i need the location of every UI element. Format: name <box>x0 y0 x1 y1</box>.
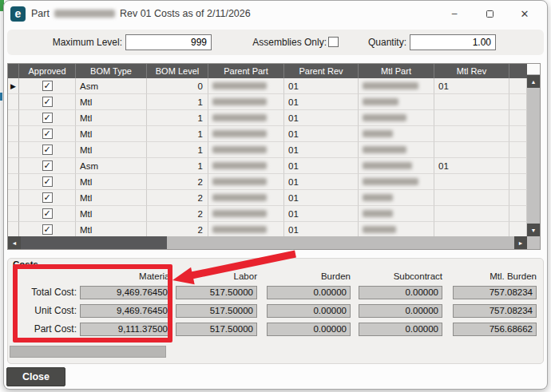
bom-level-cell: 1 <box>147 110 208 126</box>
redacted-parent-part <box>212 162 267 169</box>
row-selector-cell[interactable] <box>8 206 19 222</box>
maximum-level-input[interactable] <box>125 34 212 50</box>
vertical-scrollbar[interactable]: ▲ ▼ <box>527 64 540 249</box>
parent-part-cell <box>208 190 284 206</box>
close-button[interactable]: Close <box>6 367 65 386</box>
parent-part-cell <box>208 78 284 94</box>
minimize-button[interactable]: – <box>437 2 472 25</box>
grid-header-selector <box>8 64 19 78</box>
maximize-button[interactable] <box>472 2 507 25</box>
extra-cell <box>509 206 527 222</box>
approved-checkbox[interactable]: ✓ <box>42 113 53 123</box>
table-row[interactable]: ✓Mtl201 <box>8 222 527 238</box>
window-title-suffix: Rev 01 Costs as of 2/11/2026 <box>120 8 251 19</box>
grid-header-parent-rev[interactable]: Parent Rev <box>284 64 359 78</box>
grid-header-bom-type[interactable]: BOM Type <box>76 64 147 78</box>
close-window-button[interactable]: ✕ <box>507 2 542 25</box>
parameters-panel: Maximum Level: Assemblies Only: Quantity… <box>7 30 544 55</box>
quantity-input[interactable] <box>410 34 496 50</box>
row-selector-cell[interactable] <box>8 222 19 238</box>
unit-cost-mtl-burden-field: 757.08234 <box>453 304 537 318</box>
scroll-up-icon: ▲ <box>531 79 537 85</box>
scroll-left-button[interactable]: ◄ <box>8 236 21 249</box>
table-row[interactable]: ✓Mtl201 <box>8 206 527 222</box>
mtl-part-cell <box>359 174 434 190</box>
mtl-rev-cell: 01 <box>434 158 509 174</box>
approved-checkbox[interactable]: ✓ <box>42 224 53 235</box>
horizontal-scrollbar-thumb[interactable] <box>21 236 167 249</box>
costs-column-material: Material <box>80 271 172 281</box>
bom-type-cell: Asm <box>76 78 147 94</box>
mtl-part-cell <box>359 206 434 222</box>
approved-checkbox[interactable]: ✓ <box>42 192 53 203</box>
scroll-right-icon: ► <box>518 240 524 246</box>
row-selector-cell[interactable] <box>8 158 19 174</box>
bom-level-cell: 0 <box>147 78 208 94</box>
table-row[interactable]: ✓Mtl101 <box>8 94 527 110</box>
row-selector-cell[interactable] <box>8 126 19 142</box>
approved-checkbox[interactable]: ✓ <box>42 160 53 171</box>
table-row[interactable]: ✓Asm10101 <box>8 158 527 174</box>
grid-header-row: Approved BOM Type BOM Level Parent Part … <box>8 64 527 78</box>
bom-type-cell: Mtl <box>76 222 147 238</box>
redacted-parent-part <box>212 82 267 89</box>
bom-type-cell: Mtl <box>76 110 147 126</box>
table-row[interactable]: ▶✓Asm00101 <box>8 78 527 94</box>
table-row[interactable]: ✓Mtl201 <box>8 190 527 206</box>
approved-checkbox[interactable]: ✓ <box>42 208 53 219</box>
approved-checkbox[interactable]: ✓ <box>42 176 53 187</box>
extra-cell <box>509 190 527 206</box>
table-row[interactable]: ✓Mtl101 <box>8 142 527 158</box>
row-selector-cell[interactable] <box>8 110 19 126</box>
grid-header-mtl-rev[interactable]: Mtl Rev <box>434 64 509 78</box>
row-selector-cell[interactable] <box>8 174 19 190</box>
horizontal-scrollbar-track[interactable] <box>167 236 514 249</box>
approved-cell: ✓ <box>19 94 76 110</box>
horizontal-scrollbar[interactable]: ◄ ► <box>8 236 527 249</box>
mtl-rev-cell <box>434 94 509 110</box>
redacted-mtl-part <box>363 226 396 233</box>
grid-header-parent-part[interactable]: Parent Part <box>208 64 284 78</box>
grid-header-mtl-part[interactable]: Mtl Part <box>359 64 434 78</box>
redacted-mtl-part <box>363 146 406 153</box>
bom-grid: Approved BOM Type BOM Level Parent Part … <box>7 63 541 250</box>
parent-rev-cell: 01 <box>284 174 359 190</box>
part-cost-labor-field: 517.50000 <box>176 323 257 336</box>
bom-level-cell: 1 <box>147 94 208 110</box>
row-selector-cell[interactable] <box>8 142 19 158</box>
grid-header-bom-level[interactable]: BOM Level <box>147 64 208 78</box>
mtl-rev-cell <box>434 126 509 142</box>
costs-scrollbar[interactable] <box>10 346 166 358</box>
redacted-parent-part <box>212 98 267 105</box>
mtl-rev-cell: 01 <box>434 78 509 94</box>
mtl-part-cell <box>359 158 434 174</box>
scroll-right-button[interactable]: ► <box>514 236 527 249</box>
table-row[interactable]: ✓Mtl101 <box>8 126 527 142</box>
approved-checkbox[interactable]: ✓ <box>42 145 53 155</box>
table-row[interactable]: ✓Mtl101 <box>8 110 527 126</box>
parent-part-cell <box>208 206 284 222</box>
background-page-speck <box>0 93 2 101</box>
vertical-scrollbar-track[interactable] <box>527 88 540 224</box>
bom-level-cell: 1 <box>147 142 208 158</box>
approved-checkbox[interactable]: ✓ <box>42 81 53 91</box>
parent-rev-cell: 01 <box>284 126 359 142</box>
parent-part-cell <box>208 110 284 126</box>
approved-checkbox[interactable]: ✓ <box>42 97 53 107</box>
mtl-part-cell <box>359 142 434 158</box>
part-costs-dialog: e Part Rev 01 Costs as of 2/11/2026 – ✕ … <box>3 0 548 390</box>
row-selector-cell[interactable] <box>8 94 19 110</box>
grid-header-approved[interactable]: Approved <box>19 64 76 78</box>
approved-cell: ✓ <box>19 78 76 94</box>
table-row[interactable]: ✓Mtl201 <box>8 174 527 190</box>
total-cost-labor-field: 517.50000 <box>176 286 257 299</box>
scroll-down-button[interactable]: ▼ <box>527 224 540 236</box>
unit-cost-subcontract-field: 0.00000 <box>359 304 442 318</box>
mtl-part-cell <box>359 190 434 206</box>
costs-column-mtl-burden: Mtl. Burden <box>453 271 537 281</box>
scroll-up-button[interactable]: ▲ <box>527 75 540 88</box>
row-selector-cell[interactable]: ▶ <box>8 78 19 94</box>
approved-checkbox[interactable]: ✓ <box>42 129 53 139</box>
row-selector-cell[interactable] <box>8 190 19 206</box>
grid-body: ▶✓Asm00101✓Mtl101✓Mtl101✓Mtl101✓Mtl101✓A… <box>8 78 527 238</box>
